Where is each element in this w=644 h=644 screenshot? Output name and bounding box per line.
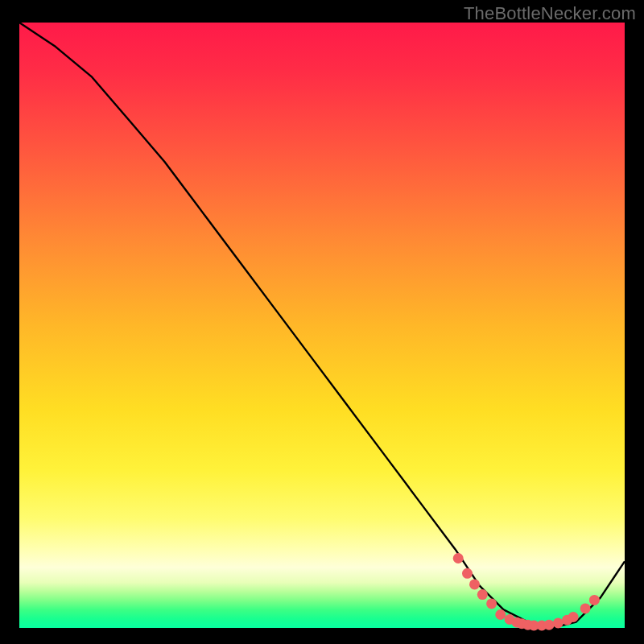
highlight-dot <box>462 568 473 579</box>
watermark-text: TheBottleNecker.com <box>464 3 636 24</box>
highlight-dot <box>469 579 480 589</box>
highlight-dot <box>495 609 506 620</box>
bottleneck-curve <box>19 23 625 628</box>
curve-layer <box>19 23 625 628</box>
highlight-dot <box>477 589 488 600</box>
highlight-dot <box>486 598 497 609</box>
highlight-dot <box>589 595 600 605</box>
highlight-dot <box>553 618 564 629</box>
chart-frame: TheBottleNecker.com <box>0 0 644 644</box>
highlight-dot <box>453 553 464 564</box>
plot-area <box>19 23 625 628</box>
highlight-dot <box>580 603 591 613</box>
highlight-dot <box>544 620 555 630</box>
highlight-dot <box>568 612 579 622</box>
highlight-dots <box>453 553 600 631</box>
